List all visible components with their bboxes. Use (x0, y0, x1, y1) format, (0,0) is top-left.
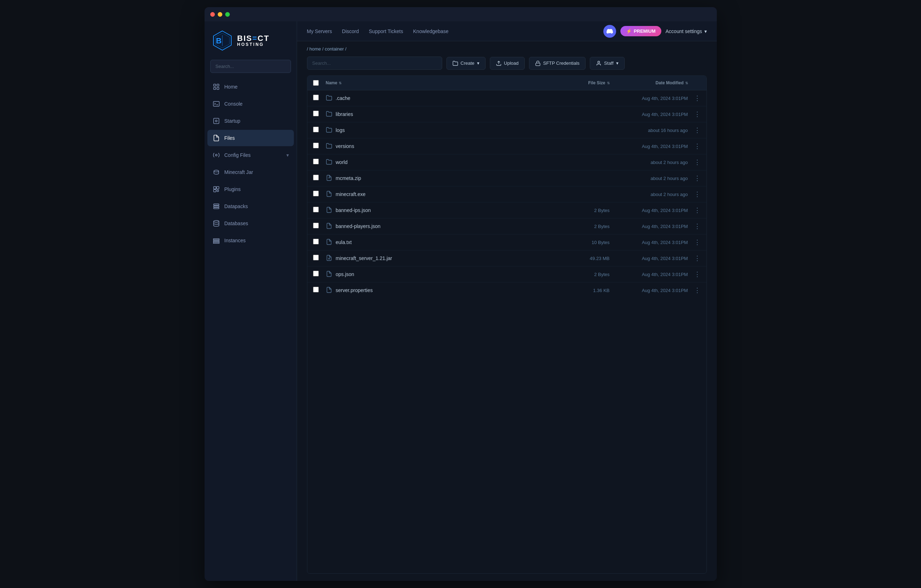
sidebar-item-home[interactable]: Home (207, 78, 294, 95)
logo-bisect: BIS=CT (237, 34, 270, 42)
sidebar-item-jar-label: Minecraft Jar (225, 169, 253, 175)
file-context-menu[interactable]: ⋮ (688, 142, 701, 150)
row-select-checkbox[interactable] (313, 191, 319, 196)
row-select-checkbox[interactable] (313, 94, 319, 100)
file-context-menu[interactable]: ⋮ (688, 126, 701, 134)
close-dot[interactable] (210, 12, 215, 17)
row-select-checkbox[interactable] (313, 175, 319, 180)
file-context-menu[interactable]: ⋮ (688, 190, 701, 198)
sidebar-nav: Home Console Startup (205, 78, 297, 249)
create-button[interactable]: Create ▾ (446, 57, 486, 70)
file-context-menu[interactable]: ⋮ (688, 238, 701, 246)
file-date-cell: Aug 4th, 2024 3:01PM (610, 224, 688, 229)
staff-button[interactable]: Staff ▾ (590, 57, 625, 70)
account-settings-menu[interactable]: Account settings ▾ (666, 28, 707, 34)
table-row[interactable]: banned-ips.json 2 Bytes Aug 4th, 2024 3:… (308, 202, 706, 218)
row-select-checkbox[interactable] (313, 143, 319, 148)
select-all-checkbox[interactable] (313, 80, 319, 86)
table-header: Name ⇅ File Size ⇅ Date Modified ⇅ (308, 76, 706, 90)
row-checkbox (313, 111, 326, 118)
file-name-cell: versions (326, 143, 560, 150)
file-search-input[interactable] (307, 57, 442, 70)
create-label: Create (460, 60, 475, 66)
file-context-menu[interactable]: ⋮ (688, 270, 701, 278)
row-select-checkbox[interactable] (313, 271, 319, 276)
sidebar-item-databases[interactable]: Databases (207, 215, 294, 231)
file-name-cell: minecraft_server_1.21.jar (326, 255, 560, 262)
file-type-icon (326, 175, 332, 182)
file-name-cell: logs (326, 127, 560, 134)
upload-button[interactable]: Upload (490, 57, 525, 70)
topnav-support[interactable]: Support Tickets (369, 28, 404, 34)
table-row[interactable]: mcmeta.zip about 2 hours ago ⋮ (308, 170, 706, 186)
breadcrumb-path: / home / container / (307, 46, 347, 52)
file-context-menu[interactable]: ⋮ (688, 254, 701, 262)
table-row[interactable]: eula.txt 10 Bytes Aug 4th, 2024 3:01PM ⋮ (308, 235, 706, 251)
sftp-button[interactable]: SFTP Credentials (529, 57, 586, 70)
table-row[interactable]: minecraft.exe about 2 hours ago ⋮ (308, 186, 706, 202)
file-context-menu[interactable]: ⋮ (688, 158, 701, 166)
sidebar-item-config[interactable]: Config Files ▾ (207, 147, 294, 163)
table-row[interactable]: logs about 16 hours ago ⋮ (308, 122, 706, 138)
table-row[interactable]: minecraft_server_1.21.jar 49.23 MB Aug 4… (308, 251, 706, 266)
svg-rect-18 (213, 204, 219, 205)
file-context-menu[interactable]: ⋮ (688, 94, 701, 102)
table-row[interactable]: .cache Aug 4th, 2024 3:01PM ⋮ (308, 90, 706, 106)
file-date-cell: about 16 hours ago (610, 128, 688, 133)
sidebar-item-instances[interactable]: Instances (207, 232, 294, 249)
svg-rect-5 (216, 84, 219, 86)
topnav-knowledgebase[interactable]: Knowledgebase (413, 28, 449, 34)
svg-rect-7 (216, 88, 219, 90)
th-date[interactable]: Date Modified ⇅ (610, 80, 688, 86)
th-actions (688, 80, 701, 86)
sidebar-item-jar[interactable]: Minecraft Jar (207, 164, 294, 180)
sftp-icon (535, 60, 541, 66)
file-context-menu[interactable]: ⋮ (688, 222, 701, 230)
maximize-dot[interactable] (225, 12, 230, 17)
row-select-checkbox[interactable] (313, 255, 319, 261)
row-select-checkbox[interactable] (313, 111, 319, 116)
premium-button[interactable]: ⚡ PREMIUM (620, 26, 661, 36)
table-row[interactable]: libraries Aug 4th, 2024 3:01PM ⋮ (308, 106, 706, 122)
sidebar-item-startup[interactable]: Startup (207, 113, 294, 129)
file-name-label: mcmeta.zip (336, 175, 361, 181)
sidebar-item-plugins[interactable]: Plugins (207, 181, 294, 197)
th-size[interactable]: File Size ⇅ (560, 80, 610, 86)
file-name-label: server.properties (336, 287, 373, 293)
topnav-discord[interactable]: Discord (342, 28, 359, 34)
sidebar-item-home-label: Home (225, 84, 238, 90)
row-select-checkbox[interactable] (313, 207, 319, 212)
file-name-cell: server.properties (326, 287, 560, 294)
row-select-checkbox[interactable] (313, 159, 319, 165)
row-select-checkbox[interactable] (313, 239, 319, 244)
file-name-label: logs (336, 127, 345, 133)
sidebar-search-input[interactable] (210, 60, 291, 73)
discord-icon-btn[interactable] (603, 25, 616, 38)
th-name[interactable]: Name ⇅ (326, 80, 560, 86)
table-row[interactable]: ops.json 2 Bytes Aug 4th, 2024 3:01PM ⋮ (308, 266, 706, 282)
app-window: B BIS=CT HOSTING Home (205, 7, 717, 581)
file-type-icon (326, 223, 332, 230)
row-select-checkbox[interactable] (313, 287, 319, 292)
svg-point-13 (214, 170, 218, 172)
row-checkbox (313, 287, 326, 294)
table-row[interactable]: banned-players.json 2 Bytes Aug 4th, 202… (308, 218, 706, 235)
sidebar-item-files[interactable]: Files (207, 130, 294, 146)
topnav-my-servers[interactable]: My Servers (307, 28, 332, 34)
table-row[interactable]: versions Aug 4th, 2024 3:01PM ⋮ (308, 138, 706, 155)
row-select-checkbox[interactable] (313, 223, 319, 228)
file-context-menu[interactable]: ⋮ (688, 110, 701, 118)
file-context-menu[interactable]: ⋮ (688, 287, 701, 294)
table-row[interactable]: server.properties 1.36 KB Aug 4th, 2024 … (308, 282, 706, 298)
plugins-icon (212, 185, 220, 193)
file-context-menu[interactable]: ⋮ (688, 174, 701, 182)
minimize-dot[interactable] (218, 12, 222, 17)
table-row[interactable]: world about 2 hours ago ⋮ (308, 155, 706, 170)
file-size-cell: 2 Bytes (560, 224, 610, 229)
file-name-label: libraries (336, 111, 353, 117)
titlebar (205, 7, 717, 21)
sidebar-item-console[interactable]: Console (207, 96, 294, 112)
sidebar-item-datapacks[interactable]: Datapacks (207, 198, 294, 215)
file-context-menu[interactable]: ⋮ (688, 206, 701, 214)
row-select-checkbox[interactable] (313, 127, 319, 132)
